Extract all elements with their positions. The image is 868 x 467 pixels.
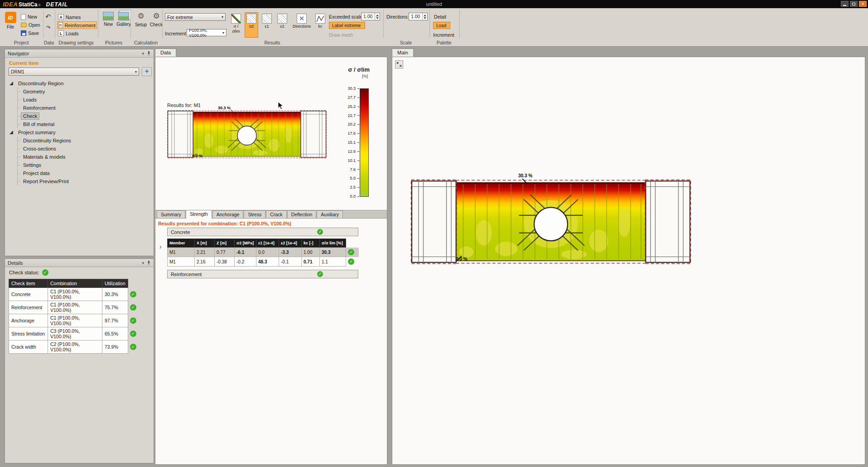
mouse-cursor [278,102,284,110]
sigma2-button[interactable]: σ2 [245,12,258,38]
current-item-select[interactable]: DRM1 ▾ [9,68,139,76]
tab-deflection[interactable]: Deflection [287,210,317,218]
tree-item-materials-models[interactable]: Materials & models [5,153,153,161]
status-ok-icon: ✓ [130,291,136,297]
stress-plot-small[interactable]: 30.3 % 0.0 % [167,110,327,159]
tree-item-loads[interactable]: Loads [5,96,153,104]
check-button[interactable]: ⚙ Check [149,12,164,37]
kc-button[interactable]: kc [313,12,327,38]
tree-item-reinforcement[interactable]: Reinforcement [5,104,153,112]
picture-new-button[interactable]: New [101,12,116,37]
chevron-down-icon[interactable]: ▾ [142,51,144,56]
minimize-button[interactable] [841,1,849,7]
spinner-buttons[interactable] [422,13,427,20]
tree-item-bill-of-material[interactable]: Bill of material [5,120,153,128]
add-item-button[interactable]: + [142,67,152,76]
results-for-label: Results for: M1 [167,102,201,108]
names-toggle[interactable]: A Names [57,13,97,21]
tree-item-project-data[interactable]: Project data [5,169,153,177]
picture-icon [103,12,114,20]
pin-icon[interactable] [147,51,151,56]
table-row[interactable]: Concrete C1 (P100.0%, V100.0%) 30.3% ✓ [9,288,139,301]
tree-item-check[interactable]: Check [5,112,153,120]
pin-icon[interactable] [147,260,151,265]
chevron-down-icon: ▾ [222,31,224,35]
save-button[interactable]: Save [20,29,40,37]
tree-item-discontinuity-regions[interactable]: Discontinuity Regions [5,136,153,145]
scale-directions-input[interactable]: 1.00 [409,13,428,20]
tab-stress[interactable]: Stress [244,210,265,218]
table-row[interactable]: Anchorage C1 (P100.0%, V100.0%) 97.7% ✓ [9,314,139,327]
data-tabstrip: Data [155,49,387,57]
details-header[interactable]: Details ▾ [5,259,154,267]
kc-curve-icon [315,14,325,24]
palette-load-option[interactable]: Load [433,22,450,29]
gallery-button[interactable]: Gallery [116,12,131,37]
concrete-section-header[interactable]: Concrete ✓ [167,228,358,236]
registered-mark: ® [38,4,40,7]
draw-mesh-toggle[interactable]: Draw mesh [329,32,353,38]
chevron-down-icon[interactable]: ▾ [142,261,144,265]
label-extreme-toggle[interactable]: Label extreme [329,22,365,29]
stress-plot-large[interactable]: 30.3 % 0.0 % [410,179,691,265]
ribbon-separator [130,10,131,38]
table-row[interactable]: M1 2.16 -0.38 -0.2 48.3 -0.1 0.71 1.1 ✓ [168,257,359,267]
status-ok-icon: ✓ [317,271,323,277]
file-button[interactable]: ID File [3,12,18,37]
palette-detail-option[interactable]: Detail [434,14,446,19]
tree-item-report-preview-print[interactable]: Report Preview/Print [5,177,153,185]
reinforcement-section-header[interactable]: Reinforcement ✓ [167,270,358,278]
tab-summary[interactable]: Summary [157,210,185,218]
undo-button[interactable]: ↶ [45,14,51,20]
tab-main[interactable]: Main [392,49,414,57]
open-button[interactable]: Open [20,21,41,29]
redo-button[interactable]: ↷ [46,24,51,31]
loads-toggle[interactable]: L Loads [57,29,97,37]
ribbon-separator [162,10,163,38]
expander-icon[interactable] [10,131,13,134]
tab-data[interactable]: Data [155,49,176,57]
directions-button[interactable]: ✕ Directions [291,12,313,38]
min-stress-label: 0.0 % [192,154,203,158]
tab-crack[interactable]: Crack [266,210,286,218]
expander-icon[interactable] [10,82,13,85]
navigator-header[interactable]: Navigator ▾ [5,49,154,58]
tab-anchorage[interactable]: Anchorage [212,210,244,218]
table-row[interactable]: Reinforcement C1 (P100.0%, V100.0%) 75.7… [9,301,139,314]
increment-select[interactable]: P100.0%, V100.0% ▾ [187,29,227,36]
tree-item-cross-sections[interactable]: Cross-sections [5,145,153,153]
palette-increment-option[interactable]: Increment [433,32,454,38]
eps2-button[interactable]: ε2 [275,12,289,38]
new-button[interactable]: New [20,13,38,20]
spinner-buttons[interactable] [375,13,380,20]
setup-button[interactable]: ⚙ Setup [133,12,149,37]
table-row[interactable]: Crack width C2 (P100.0%, V100.0%) 73.9% … [9,341,139,354]
extreme-mode-select[interactable]: For extreme ▾ [165,13,226,21]
legend-unit: [%] [333,74,368,78]
ribbon: ID File New Open Save ↶ ↷ A Names R Rein… [0,8,868,47]
tree-item-project-summary[interactable]: Project summary [5,128,153,136]
sigma-over-sigmalim-button[interactable]: σ / σlim [229,12,243,38]
fit-view-button[interactable] [395,60,403,68]
tree-item-discontinuity-region[interactable]: Discontinuity Region [5,79,153,88]
eps1-button[interactable]: ε1 [260,12,274,38]
table-row[interactable]: M1 2.21 0.77 -6.1 0.0 -3.3 1.00 30.3 ✓ [168,248,359,257]
legend-tick: 25.2 [340,104,356,109]
row-expander-icon[interactable]: › [159,243,162,250]
stress-contour-plot[interactable] [167,110,327,159]
max-stress-label: 30.3 % [218,106,231,110]
sigma-ratio-icon [231,14,241,24]
tree-item-geometry[interactable]: Geometry [5,88,153,96]
status-ok-icon: ✓ [130,304,136,311]
close-button[interactable]: ✕ [859,1,867,7]
table-row[interactable]: Stress limitation C3 (P100.0%, V100.0%) … [9,327,139,341]
legend-tick: 30.3 [340,86,356,91]
reinforcement-toggle[interactable]: R Reinforcement [57,21,97,29]
maximize-button[interactable] [850,1,858,7]
tab-auxiliary[interactable]: Auxiliary [317,210,343,218]
tab-strength[interactable]: Strength [186,210,212,219]
tree-item-settings[interactable]: Settings [5,161,153,169]
stress-contour-plot[interactable] [410,179,691,265]
exceeded-scale-input[interactable]: 1.00 [361,13,380,20]
legend-tick: 2.5 [340,185,356,190]
